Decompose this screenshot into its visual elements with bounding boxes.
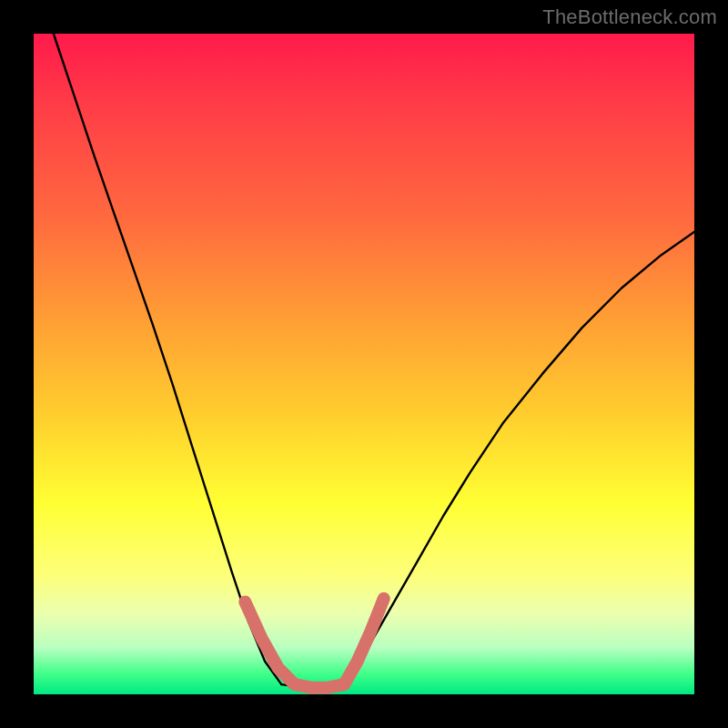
chart-series-group xyxy=(54,34,694,688)
series-marker-left xyxy=(245,602,295,684)
series-marker-right xyxy=(344,599,384,684)
series-right-curve xyxy=(344,232,694,684)
chart-frame: TheBottleneck.com xyxy=(0,0,728,728)
series-left-curve xyxy=(54,34,281,684)
watermark-text: TheBottleneck.com xyxy=(542,5,717,29)
chart-svg xyxy=(34,34,694,694)
series-marker-floor xyxy=(295,684,344,688)
